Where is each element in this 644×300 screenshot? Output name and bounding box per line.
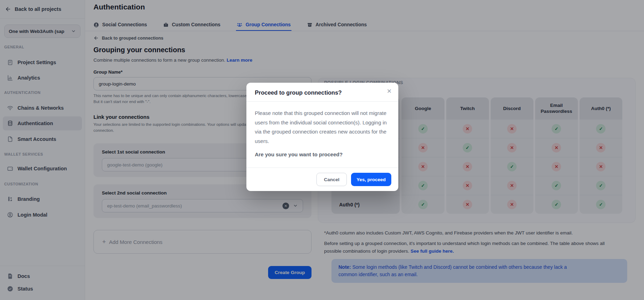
proceed-modal: Proceed to group connections? ✕ Please n… [246,83,398,191]
cancel-button[interactable]: Cancel [316,173,346,186]
modal-confirm-question: Are you sure you want to proceed? [255,150,390,159]
modal-header: Proceed to group connections? ✕ [246,83,398,102]
modal-title: Proceed to group connections? [255,89,390,96]
modal-footer: Cancel Yes, proceed [246,168,398,191]
close-icon[interactable]: ✕ [385,87,393,95]
yes-proceed-button[interactable]: Yes, proceed [351,173,391,186]
modal-body-text: Please note that this grouped connection… [255,109,390,146]
modal-body: Please note that this grouped connection… [246,102,398,159]
